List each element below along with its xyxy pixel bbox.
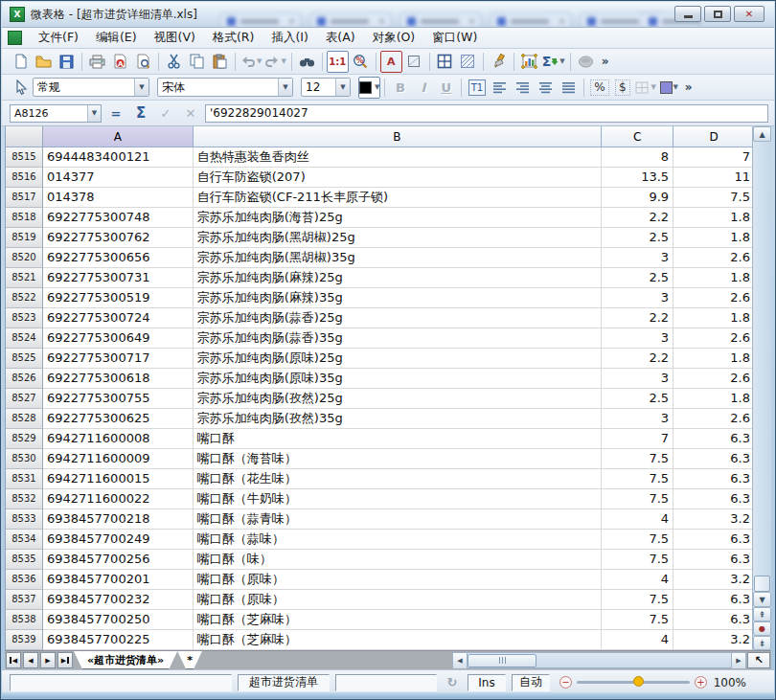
row-header[interactable]: 8538 [6, 610, 43, 630]
close-button[interactable]: ✕ [734, 6, 765, 22]
cell-cost[interactable]: 6.3 [673, 550, 754, 570]
split-view-button[interactable]: ↖ [747, 652, 770, 668]
percent-style-button[interactable]: % [588, 77, 610, 99]
previous-page-button[interactable]: ⇞ [753, 607, 771, 621]
cell-barcode[interactable]: 6922775300649 [43, 328, 194, 349]
object-button[interactable] [575, 51, 597, 73]
cell-price[interactable]: 4 [602, 509, 673, 530]
zoom-slider[interactable] [577, 681, 690, 684]
autosum-button[interactable]: Σ▼ [541, 51, 566, 73]
font-combobox[interactable]: 宋体 ▼ [157, 78, 293, 97]
horizontal-scroll-thumb[interactable] [468, 654, 536, 667]
cell-barcode[interactable]: 014378 [43, 188, 194, 208]
cell-product-name[interactable]: 宗苏乐加纯肉肠(原味)25g [194, 349, 602, 369]
row-header[interactable]: 8527 [6, 389, 43, 409]
font-size-dropdown-arrow[interactable]: ▼ [335, 79, 350, 96]
cell-barcode[interactable]: 6942711600009 [43, 449, 194, 469]
cell-product-name[interactable]: 自行车防盗锁(207) [194, 168, 602, 188]
cell-barcode[interactable]: 6938457700225 [43, 630, 194, 650]
column-header-d[interactable]: D [673, 126, 754, 147]
column-header-b[interactable]: B [194, 126, 602, 147]
cell-barcode[interactable]: 6944483400121 [43, 147, 194, 168]
zoom-out-button[interactable]: − [559, 676, 572, 689]
format-painter-button[interactable] [488, 51, 510, 73]
cell-barcode[interactable]: 6938457700201 [43, 570, 194, 590]
last-sheet-button[interactable]: ▶ [57, 652, 73, 668]
print-preview-button[interactable] [132, 51, 154, 73]
merge-cells-dropdown[interactable]: ▼ [634, 77, 656, 99]
cell-price[interactable]: 7.5 [602, 469, 673, 489]
row-header[interactable]: 8530 [6, 449, 43, 469]
cell-product-name[interactable]: 嘴口酥（原味） [194, 590, 602, 610]
cell-cost[interactable]: 1.8 [673, 228, 754, 248]
find-button[interactable] [296, 51, 318, 73]
cell-cost[interactable]: 6.3 [673, 449, 754, 469]
name-box[interactable]: A8126 ▼ [10, 104, 102, 123]
cell-cost[interactable]: 7 [673, 147, 754, 168]
undo-button[interactable]: ▼ [240, 51, 262, 73]
cell-cost[interactable]: 2.6 [673, 409, 754, 429]
confirm-entry-button[interactable]: ✓ [155, 106, 176, 121]
vertical-scroll-track[interactable] [753, 142, 771, 592]
cell-cost[interactable]: 3.2 [673, 509, 754, 530]
cell-price[interactable]: 2.5 [602, 389, 673, 409]
cell-barcode[interactable]: 6938457700250 [43, 610, 194, 630]
new-document-button[interactable] [10, 51, 32, 73]
select-all-corner[interactable] [6, 126, 43, 147]
cell-product-name[interactable]: 宗苏乐加纯肉肠(孜然)25g [194, 389, 602, 409]
cell-product-name[interactable]: 嘴口酥 [194, 429, 602, 449]
cell-product-name[interactable]: 宗苏乐加纯肉肠(麻辣)35g [194, 288, 602, 308]
row-header[interactable]: 8529 [6, 429, 43, 449]
cell-barcode[interactable]: 6938457700218 [43, 509, 194, 530]
cell-cost[interactable]: 2.6 [673, 328, 754, 349]
cell-price[interactable]: 2.5 [602, 268, 673, 288]
cell-cost[interactable]: 1.8 [673, 349, 754, 369]
equals-button[interactable]: = [105, 106, 126, 121]
cell-barcode[interactable]: 6922775300755 [43, 389, 194, 409]
cell-barcode[interactable]: 6922775300519 [43, 288, 194, 308]
cell-cost[interactable]: 6.3 [673, 469, 754, 489]
cell-price[interactable]: 7.5 [602, 550, 673, 570]
menu-item[interactable]: 对象(O) [364, 28, 424, 48]
cell-cost[interactable]: 1.8 [673, 268, 754, 288]
row-header[interactable]: 8521 [6, 268, 43, 288]
cell-barcode[interactable]: 6922775300748 [43, 208, 194, 228]
cell-cost[interactable]: 11 [673, 168, 754, 188]
menu-item[interactable]: 格式(R) [204, 28, 262, 48]
sheet-tab-new[interactable]: * [177, 651, 202, 669]
row-header[interactable]: 8523 [6, 308, 43, 328]
menu-item[interactable]: 插入(I) [262, 28, 316, 48]
style-combobox[interactable]: 常规 ▼ [33, 78, 149, 97]
cell-barcode[interactable]: 6922775300731 [43, 268, 194, 288]
align-left-button[interactable] [489, 77, 511, 99]
open-button[interactable] [33, 51, 55, 73]
row-header[interactable]: 8526 [6, 369, 43, 389]
cell-cost[interactable]: 6.3 [673, 590, 754, 610]
cell-price[interactable]: 3 [602, 328, 673, 349]
row-header[interactable]: 8539 [6, 630, 43, 650]
cell-price[interactable]: 4 [602, 630, 673, 650]
zoom-percent-button[interactable]: % [350, 51, 372, 73]
cell-price[interactable]: 7 [602, 429, 673, 449]
shading-button[interactable] [457, 51, 479, 73]
select-cursor-button[interactable] [10, 77, 32, 99]
first-sheet-button[interactable]: ◀ [6, 652, 21, 668]
menu-item[interactable]: 文件(F) [30, 28, 87, 48]
row-header[interactable]: 8528 [6, 409, 43, 429]
cell-price[interactable]: 7.5 [602, 449, 673, 469]
cell-barcode[interactable]: 6922775300724 [43, 308, 194, 328]
redo-button[interactable]: ▼ [263, 51, 286, 73]
cell-cost[interactable]: 3.2 [673, 630, 754, 650]
cell-product-name[interactable]: 嘴口酥（海苔味） [194, 449, 602, 469]
row-header[interactable]: 8535 [6, 550, 43, 570]
draw-border-button[interactable] [403, 51, 425, 73]
formula-input[interactable]: '6922829014027 [205, 104, 768, 123]
scroll-up-button[interactable]: ▲ [753, 126, 771, 142]
cell-price[interactable]: 7.5 [602, 530, 673, 550]
bold-button[interactable]: B [389, 77, 411, 99]
style-dropdown-arrow[interactable]: ▼ [134, 79, 148, 96]
row-header[interactable]: 8524 [6, 328, 43, 349]
cell-barcode[interactable]: 6938457700249 [43, 530, 194, 550]
row-header[interactable]: 8533 [6, 509, 43, 530]
underline-button[interactable]: U [435, 77, 457, 99]
